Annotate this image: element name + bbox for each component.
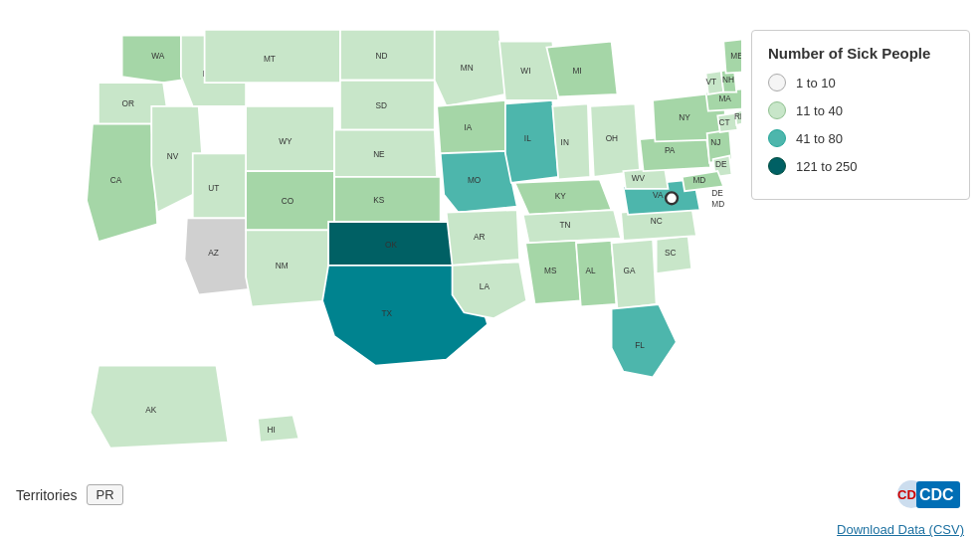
legend-item-4: 121 to 250 <box>768 157 953 175</box>
legend-label-1: 1 to 10 <box>796 76 836 90</box>
map-container: WA OR CA NV ID MT WY <box>10 10 741 461</box>
legend-title: Number of Sick People <box>768 45 953 62</box>
download-link[interactable]: Download Data (CSV) <box>0 522 980 537</box>
svg-marker-50 <box>546 42 617 97</box>
legend-label-4: 121 to 250 <box>796 159 857 174</box>
svg-marker-20 <box>246 230 328 306</box>
svg-marker-14 <box>193 153 246 218</box>
svg-marker-52 <box>590 103 640 176</box>
legend-item-2: 11 to 40 <box>768 101 953 119</box>
svg-text:CDC: CDC <box>919 486 954 503</box>
svg-marker-48 <box>552 103 590 179</box>
svg-marker-60 <box>576 241 616 306</box>
svg-marker-36 <box>437 100 507 156</box>
svg-marker-34 <box>435 30 505 106</box>
svg-marker-22 <box>340 30 435 81</box>
svg-marker-26 <box>334 130 437 177</box>
svg-marker-84 <box>717 113 737 132</box>
footer-area: Territories PR CDC CDC <box>0 471 980 520</box>
svg-marker-82 <box>683 171 723 191</box>
svg-marker-58 <box>525 241 581 304</box>
svg-marker-98 <box>258 415 298 442</box>
pr-button[interactable]: PR <box>87 484 122 505</box>
map-legend-area: WA OR CA NV ID MT WY <box>0 0 980 471</box>
legend-swatch-1 <box>768 74 786 91</box>
legend-swatch-3 <box>768 129 786 147</box>
legend-swatch-4 <box>768 157 786 175</box>
svg-marker-28 <box>334 177 441 222</box>
svg-text:MD: MD <box>711 199 724 209</box>
territories-area: Territories PR <box>16 484 123 505</box>
svg-marker-56 <box>523 210 621 243</box>
svg-marker-62 <box>612 240 657 309</box>
svg-marker-42 <box>453 262 527 318</box>
svg-marker-96 <box>91 366 229 448</box>
svg-marker-4 <box>87 124 157 243</box>
legend-swatch-2 <box>768 101 786 119</box>
svg-marker-94 <box>723 38 741 74</box>
legend-label-3: 41 to 80 <box>796 131 843 146</box>
svg-marker-16 <box>184 218 252 294</box>
cdc-logo: CDC CDC <box>894 477 964 512</box>
svg-marker-86 <box>735 109 741 124</box>
svg-marker-30 <box>328 222 464 266</box>
svg-point-100 <box>666 192 678 204</box>
svg-marker-10 <box>205 30 340 83</box>
svg-marker-40 <box>447 210 520 266</box>
svg-marker-64 <box>612 304 677 378</box>
legend-item-3: 41 to 80 <box>768 129 953 147</box>
svg-marker-18 <box>246 171 334 230</box>
svg-marker-24 <box>340 81 435 130</box>
territories-label: Territories <box>16 487 77 503</box>
svg-marker-12 <box>246 106 334 171</box>
svg-marker-54 <box>514 179 611 215</box>
legend-container: Number of Sick People 1 to 10 11 to 40 4… <box>751 30 970 461</box>
svg-marker-46 <box>505 100 558 183</box>
legend-box: Number of Sick People 1 to 10 11 to 40 4… <box>751 30 970 200</box>
svg-marker-66 <box>657 236 692 273</box>
main-container: WA OR CA NV ID MT WY <box>0 0 980 537</box>
svg-marker-38 <box>441 151 517 213</box>
legend-label-2: 11 to 40 <box>796 103 843 118</box>
legend-item-1: 1 to 10 <box>768 74 953 91</box>
svg-text:DE: DE <box>711 188 723 198</box>
